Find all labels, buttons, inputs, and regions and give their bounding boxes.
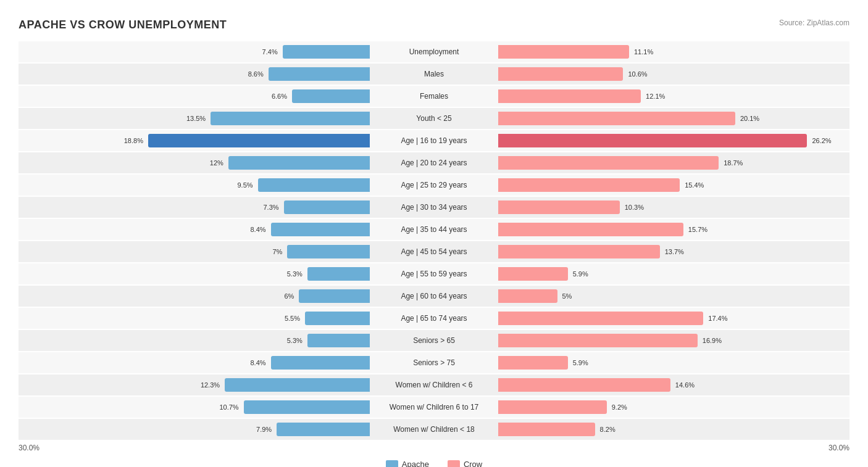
bar-row: 8.4% Age | 35 to 44 years 15.7%: [19, 219, 849, 240]
apache-value: 10.7%: [219, 403, 241, 411]
bar-row: 6% Age | 60 to 64 years 5%: [19, 286, 849, 307]
bar-row: 8.6% Males 10.6%: [19, 64, 849, 85]
apache-bar: 8.4%: [271, 356, 370, 370]
crow-value: 8.2%: [598, 426, 616, 433]
crow-value: 14.6%: [673, 381, 695, 389]
apache-value: 8.4%: [250, 359, 268, 366]
bar-row: 18.8% Age | 16 to 19 years 26.2%: [19, 130, 849, 151]
apache-bar: 13.5%: [211, 112, 370, 125]
crow-bar: 10.3%: [498, 200, 620, 214]
center-label: Youth < 25: [372, 114, 496, 123]
row-inner: 5.5% Age | 65 to 74 years 17.4%: [19, 308, 849, 329]
chart-source: Source: ZipAtlas.com: [779, 19, 849, 27]
center-label: Seniors > 75: [372, 358, 496, 367]
row-inner: 8.4% Age | 35 to 44 years 15.7%: [19, 219, 849, 240]
chart-header: APACHE VS CROW UNEMPLOYMENT Source: ZipA…: [19, 19, 849, 31]
apache-value: 6%: [285, 292, 297, 300]
apache-value: 13.5%: [186, 115, 208, 122]
apache-legend-label: Apache: [402, 460, 429, 467]
row-inner: 7.9% Women w/ Children < 18 8.2%: [19, 419, 849, 440]
row-inner: 7.4% Unemployment 11.1%: [19, 41, 849, 62]
crow-bar: 5%: [498, 289, 557, 303]
apache-value: 12%: [210, 159, 226, 167]
row-inner: 6% Age | 60 to 64 years 5%: [19, 286, 849, 307]
crow-bar: 8.2%: [498, 423, 595, 436]
crow-value: 18.7%: [721, 159, 743, 167]
crow-bar: 5.9%: [498, 356, 568, 370]
center-label: Age | 60 to 64 years: [372, 292, 496, 300]
center-label: Age | 45 to 54 years: [372, 247, 496, 256]
center-label: Women w/ Children < 18: [372, 425, 496, 434]
crow-bar: 10.6%: [498, 67, 623, 81]
x-axis: 30.0% 30.0%: [19, 441, 849, 455]
center-label: Women w/ Children < 6: [372, 381, 496, 389]
bar-row: 12.3% Women w/ Children < 6 14.6%: [19, 374, 849, 395]
center-label: Age | 35 to 44 years: [372, 225, 496, 234]
apache-value: 5.3%: [287, 270, 305, 278]
row-inner: 6.6% Females 12.1%: [19, 86, 849, 107]
bar-row: 7.9% Women w/ Children < 18 8.2%: [19, 419, 849, 440]
center-label: Age | 16 to 19 years: [372, 136, 496, 145]
crow-bar: 14.6%: [498, 378, 670, 392]
crow-bar: 16.9%: [498, 334, 698, 347]
chart-title: APACHE VS CROW UNEMPLOYMENT: [19, 19, 227, 31]
bar-row: 5.5% Age | 65 to 74 years 17.4%: [19, 308, 849, 329]
row-inner: 12% Age | 20 to 24 years 18.7%: [19, 152, 849, 173]
crow-value: 12.1%: [643, 93, 665, 100]
crow-value: 11.1%: [632, 48, 653, 56]
crow-bar: 17.4%: [498, 312, 703, 325]
chart-container: APACHE VS CROW UNEMPLOYMENT Source: ZipA…: [19, 12, 849, 467]
bar-row: 7.4% Unemployment 11.1%: [19, 41, 849, 62]
row-inner: 8.6% Males 10.6%: [19, 64, 849, 85]
row-inner: 12.3% Women w/ Children < 6 14.6%: [19, 374, 849, 395]
center-label: Age | 25 to 29 years: [372, 181, 496, 189]
crow-value: 15.7%: [686, 226, 707, 233]
row-inner: 5.3% Seniors > 65 16.9%: [19, 330, 849, 351]
apache-value: 8.4%: [250, 226, 268, 233]
center-label: Age | 20 to 24 years: [372, 159, 496, 167]
crow-value: 13.7%: [662, 248, 684, 255]
crow-value: 5.9%: [570, 359, 588, 366]
apache-value: 7%: [272, 248, 285, 255]
apache-bar: 6.6%: [292, 89, 370, 103]
crow-value: 5%: [560, 292, 572, 300]
crow-bar: 9.2%: [498, 400, 607, 414]
apache-bar: 5.5%: [305, 312, 370, 325]
apache-bar: 7.9%: [277, 423, 370, 436]
crow-bar: 18.7%: [498, 156, 719, 170]
crow-bar: 20.1%: [498, 112, 735, 125]
crow-value: 10.3%: [622, 204, 644, 211]
crow-value: 10.6%: [625, 70, 647, 78]
apache-bar: 8.6%: [269, 67, 370, 81]
row-inner: 9.5% Age | 25 to 29 years 15.4%: [19, 175, 849, 196]
bars-area: 7.4% Unemployment 11.1% 8.6% Males 10.6%: [19, 41, 849, 440]
crow-bar: 13.7%: [498, 245, 660, 258]
bar-row: 13.5% Youth < 25 20.1%: [19, 108, 849, 129]
row-inner: 18.8% Age | 16 to 19 years 26.2%: [19, 130, 849, 151]
apache-bar: 6%: [299, 289, 370, 303]
bar-row: 7% Age | 45 to 54 years 13.7%: [19, 241, 849, 262]
crow-bar: 26.2%: [498, 134, 807, 147]
bar-row: 5.3% Seniors > 65 16.9%: [19, 330, 849, 351]
apache-bar: 12.3%: [225, 378, 370, 392]
apache-value: 7.4%: [262, 48, 280, 56]
x-axis-right-label: 30.0%: [496, 444, 849, 452]
crow-bar: 15.7%: [498, 223, 683, 236]
crow-value: 5.9%: [570, 270, 588, 278]
row-inner: 5.3% Age | 55 to 59 years 5.9%: [19, 263, 849, 284]
apache-bar: 5.3%: [307, 267, 370, 281]
center-label: Unemployment: [372, 48, 496, 56]
apache-bar: 9.5%: [258, 178, 370, 192]
apache-bar: 8.4%: [271, 223, 370, 236]
apache-value: 7.9%: [256, 426, 274, 433]
apache-value: 18.8%: [124, 137, 146, 144]
bar-row: 12% Age | 20 to 24 years 18.7%: [19, 152, 849, 173]
crow-value: 26.2%: [809, 137, 831, 144]
row-inner: 7% Age | 45 to 54 years 13.7%: [19, 241, 849, 262]
row-inner: 10.7% Women w/ Children 6 to 17 9.2%: [19, 397, 849, 418]
apache-value: 7.3%: [264, 204, 282, 211]
crow-bar: 12.1%: [498, 89, 641, 103]
crow-bar: 15.4%: [498, 178, 680, 192]
apache-legend-color: [386, 460, 398, 468]
bar-row: 8.4% Seniors > 75 5.9%: [19, 352, 849, 373]
